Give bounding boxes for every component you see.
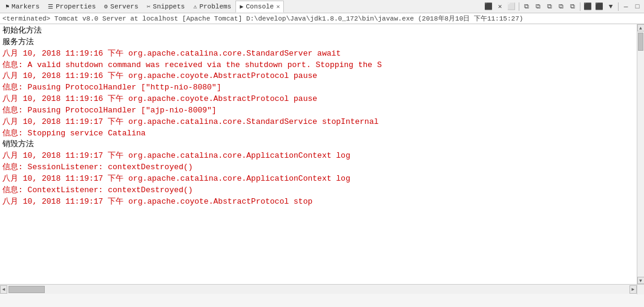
problems-icon: ⚠ (193, 3, 197, 10)
tab-markers-label: Markers (12, 3, 39, 10)
horizontal-scrollbar-container: ◀ ▶ (0, 284, 644, 294)
status-bar: <terminated> Tomcat v8.0 Server at local… (0, 13, 644, 24)
tab-bar: ⚑ Markers ☰ Properties ⚙ Servers ✂ Snipp… (0, 0, 644, 13)
servers-icon: ⚙ (104, 3, 108, 10)
scroll-up-arrow[interactable]: ▲ (637, 24, 645, 31)
toolbar-paste-button[interactable]: ⧉ (533, 1, 544, 12)
toolbar-minimize-button[interactable]: — (620, 1, 631, 12)
console-line: 八月 10, 2018 11:19:16 下午 org.apache.coyot… (2, 94, 634, 105)
toolbar-copy-button[interactable]: ⧉ (521, 1, 532, 12)
toolbar-maximize-button[interactable]: □ (632, 1, 643, 12)
tab-properties[interactable]: ☰ Properties (44, 1, 100, 13)
scrollbar-corner (637, 285, 644, 294)
console-line: 销毁方法 (2, 139, 634, 150)
tab-snippets-label: Snippets (153, 3, 185, 10)
console-line: 八月 10, 2018 11:19:16 下午 org.apache.catal… (2, 48, 634, 60)
console-line: 信息: A valid shutdown command was receive… (2, 60, 634, 71)
console-line: 信息: Pausing ProtocolHandler ["http-nio-8… (2, 82, 634, 94)
console-line: 八月 10, 2018 11:19:17 下午 org.apache.coyot… (2, 196, 634, 208)
console-line: 信息: ContextListener: contextDestroyed() (2, 185, 634, 196)
vertical-scrollbar[interactable]: ▲ ▼ (637, 24, 644, 284)
toolbar-terminate-button[interactable]: ✕ (494, 1, 505, 12)
snippets-icon: ✂ (147, 3, 151, 10)
toolbar-sep3 (618, 2, 619, 11)
horizontal-scrollbar[interactable]: ◀ ▶ (0, 285, 637, 294)
console-line: 八月 10, 2018 11:19:17 下午 org.apache.catal… (2, 173, 634, 185)
tab-properties-label: Properties (56, 3, 96, 10)
tab-problems[interactable]: ⚠ Problems (189, 1, 235, 13)
scroll-right-arrow[interactable]: ▶ (629, 285, 637, 294)
scroll-track[interactable] (637, 31, 644, 277)
scroll-down-arrow[interactable]: ▼ (637, 277, 645, 284)
tab-servers-label: Servers (110, 3, 138, 10)
markers-icon: ⚑ (5, 3, 9, 10)
status-text: <terminated> Tomcat v8.0 Server at local… (2, 14, 523, 23)
toolbar-scroll-lock-button[interactable]: ⧉ (556, 1, 567, 12)
properties-icon: ☰ (48, 3, 53, 10)
console-line: 八月 10, 2018 11:19:17 下午 org.apache.catal… (2, 150, 634, 162)
tab-markers[interactable]: ⚑ Markers (1, 1, 44, 13)
toolbar-sep1 (519, 2, 519, 11)
scroll-thumb[interactable] (638, 33, 643, 51)
toolbar-sep2 (580, 2, 580, 11)
console-wrapper: 初始化方法服务方法八月 10, 2018 11:19:16 下午 org.apa… (0, 24, 644, 284)
console-line: 八月 10, 2018 11:19:16 下午 org.apache.coyot… (2, 71, 634, 82)
scroll-left-arrow[interactable]: ◀ (0, 285, 7, 294)
h-scroll-track[interactable] (7, 285, 629, 294)
toolbar-pin-button[interactable]: ⬛ (594, 1, 605, 12)
toolbar-view-menu-button[interactable]: ▼ (605, 1, 616, 12)
console-line: 信息: Stopping service Catalina (2, 128, 634, 140)
console-icon: ▶ (240, 3, 243, 10)
toolbar-word-wrap-button[interactable]: ⧉ (567, 1, 578, 12)
toolbar-open-console-button[interactable]: ⬛ (582, 1, 593, 12)
tab-servers[interactable]: ⚙ Servers (100, 1, 142, 13)
tab-console-label: Console (246, 3, 274, 10)
console-content: 初始化方法服务方法八月 10, 2018 11:19:16 下午 org.apa… (0, 24, 637, 284)
console-line: 初始化方法 (2, 25, 634, 37)
console-line: 服务方法 (2, 37, 634, 48)
console-line: 信息: Pausing ProtocolHandler ["ajp-nio-80… (2, 105, 634, 117)
toolbar-stop-button[interactable]: ⬛ (483, 1, 494, 12)
tab-console[interactable]: ▶ Console ✕ (235, 1, 284, 13)
tab-problems-label: Problems (199, 3, 231, 10)
console-line: 信息: SessionListener: contextDestroyed() (2, 162, 634, 173)
console-line: 八月 10, 2018 11:19:17 下午 org.apache.catal… (2, 117, 634, 128)
toolbar-disconnect-button[interactable]: ⬜ (506, 1, 517, 12)
h-scroll-thumb[interactable] (8, 286, 45, 293)
console-close-icon[interactable]: ✕ (276, 3, 280, 10)
tab-snippets[interactable]: ✂ Snippets (143, 1, 189, 13)
toolbar-clear-button[interactable]: ⧉ (544, 1, 555, 12)
